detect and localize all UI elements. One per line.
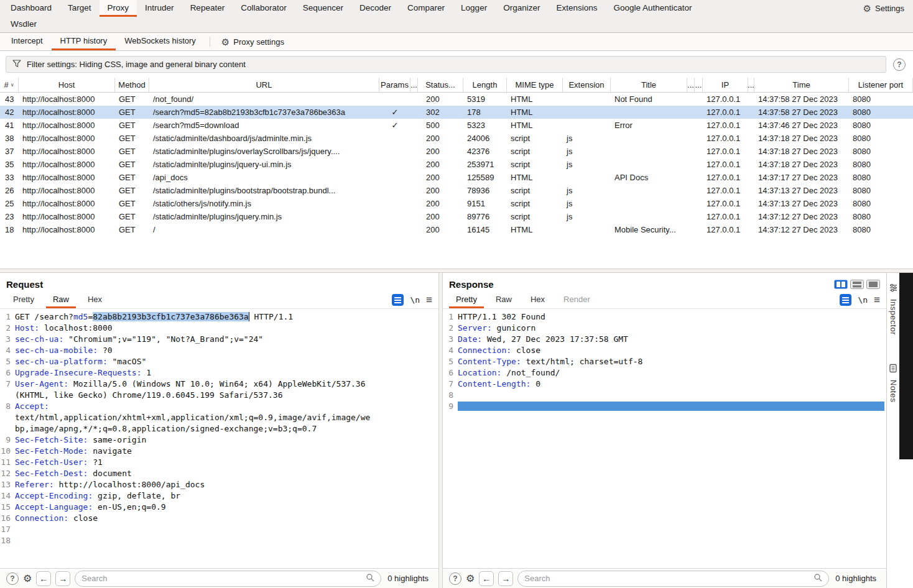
top-tab-logger[interactable]: Logger bbox=[453, 0, 495, 17]
column-header-label: ... bbox=[695, 80, 702, 90]
column-header-dot2[interactable]: ... bbox=[687, 78, 695, 92]
history-row-41[interactable]: 41http://localhost:8000GET/search?md5=do… bbox=[0, 119, 913, 132]
gear-icon[interactable]: ⚙ bbox=[466, 574, 475, 584]
editor-menu-icon[interactable]: ≡ bbox=[426, 295, 432, 305]
history-row-18[interactable]: 18http://localhost:8000GET/20016145HTMLM… bbox=[0, 223, 913, 236]
top-tab-dashboard[interactable]: Dashboard bbox=[2, 0, 60, 17]
inspector-tab[interactable]: Inspector bbox=[887, 273, 899, 335]
cell-dot3 bbox=[695, 210, 703, 223]
cell-params bbox=[379, 184, 410, 197]
show-newlines-button[interactable]: \n bbox=[858, 295, 868, 305]
history-row-33[interactable]: 33http://localhost:8000GET/api_docs20012… bbox=[0, 171, 913, 184]
prev-match-button[interactable]: ← bbox=[479, 571, 494, 586]
response-line: 7Content-Length: 0 bbox=[443, 379, 886, 390]
request-line: text/html,application/xhtml+xml,applicat… bbox=[0, 412, 438, 423]
cell-ip: 127.0.0.1 bbox=[703, 132, 748, 145]
column-header-dot3[interactable]: ... bbox=[695, 78, 703, 92]
column-header-ip[interactable]: IP bbox=[703, 78, 748, 92]
history-row-26[interactable]: 26http://localhost:8000GET/static/adminl… bbox=[0, 184, 913, 197]
column-header-extension[interactable]: Extension bbox=[563, 78, 611, 92]
top-tab-google-authenticator[interactable]: Google Authenticator bbox=[605, 0, 700, 17]
top-tab-intruder[interactable]: Intruder bbox=[137, 0, 182, 17]
top-tab-repeater[interactable]: Repeater bbox=[182, 0, 233, 17]
prev-match-button[interactable]: ← bbox=[36, 571, 51, 586]
history-row-25[interactable]: 25http://localhost:8000GET/static/others… bbox=[0, 197, 913, 210]
column-header-host[interactable]: Host bbox=[19, 78, 115, 92]
response-tab-render[interactable]: Render bbox=[557, 292, 597, 308]
response-editor[interactable]: 1HTTP/1.1 302 Found2Server: gunicorn3Dat… bbox=[443, 309, 886, 568]
pretty-print-icon[interactable] bbox=[392, 294, 404, 306]
top-tab-target[interactable]: Target bbox=[60, 0, 100, 17]
layout-columns-button[interactable] bbox=[834, 280, 848, 289]
column-header-time[interactable]: Time bbox=[754, 78, 849, 92]
request-tab-raw[interactable]: Raw bbox=[46, 292, 76, 308]
column-header-title[interactable]: Title bbox=[611, 78, 687, 92]
vertical-splitter[interactable] bbox=[438, 273, 443, 588]
cell-dot2 bbox=[687, 210, 695, 223]
notes-tab[interactable]: Notes bbox=[887, 335, 899, 402]
top-tab-extensions[interactable]: Extensions bbox=[548, 0, 605, 17]
line-number: 3 bbox=[0, 334, 15, 345]
request-tab-pretty[interactable]: Pretty bbox=[6, 292, 41, 308]
next-match-button[interactable]: → bbox=[55, 571, 70, 586]
cell-status: 200 bbox=[418, 93, 463, 106]
top-tab-sequencer[interactable]: Sequencer bbox=[295, 0, 351, 17]
main-nav: DashboardTargetProxyIntruderRepeaterColl… bbox=[0, 0, 913, 33]
top-tab-proxy[interactable]: Proxy bbox=[100, 0, 137, 17]
column-header-url[interactable]: URL bbox=[149, 78, 379, 92]
column-header-num[interactable]: #∨ bbox=[0, 78, 19, 92]
response-tab-pretty[interactable]: Pretty bbox=[449, 292, 484, 308]
column-header-length[interactable]: Length bbox=[463, 78, 507, 92]
search-input[interactable] bbox=[81, 574, 366, 583]
column-header-params[interactable]: Params bbox=[379, 78, 410, 92]
cell-dot3 bbox=[695, 158, 703, 171]
settings-button[interactable]: ⚙ Settings bbox=[855, 0, 913, 17]
editor-menu-icon[interactable]: ≡ bbox=[874, 295, 880, 305]
show-newlines-button[interactable]: \n bbox=[410, 295, 420, 305]
cell-num: 42 bbox=[0, 106, 19, 119]
sub-tab-intercept[interactable]: Intercept bbox=[2, 33, 52, 50]
response-header: Response bbox=[443, 273, 886, 292]
history-row-42[interactable]: 42http://localhost:8000GET/search?md5=82… bbox=[0, 106, 913, 119]
filter-settings-bar[interactable]: Filter settings: Hiding CSS, image and g… bbox=[6, 56, 886, 73]
top-nav-row1: DashboardTargetProxyIntruderRepeaterColl… bbox=[0, 0, 913, 17]
cell-params: ✓ bbox=[379, 119, 410, 132]
column-header-port[interactable]: Listener port bbox=[849, 78, 913, 92]
gear-icon[interactable]: ⚙ bbox=[23, 574, 32, 584]
response-tab-hex[interactable]: Hex bbox=[524, 292, 552, 308]
help-icon[interactable]: ? bbox=[449, 572, 461, 585]
request-editor[interactable]: 1GET /search?md5=82ab8b2193b3cfb1c737e3a… bbox=[0, 309, 438, 568]
layout-single-button[interactable] bbox=[866, 280, 880, 289]
request-tab-hex[interactable]: Hex bbox=[81, 292, 109, 308]
horizontal-splitter[interactable] bbox=[0, 269, 913, 273]
history-row-38[interactable]: 38http://localhost:8000GET/static/adminl… bbox=[0, 132, 913, 145]
top-tab-decoder[interactable]: Decoder bbox=[351, 0, 399, 17]
column-header-dot4[interactable]: ... bbox=[748, 78, 754, 92]
next-match-button[interactable]: → bbox=[498, 571, 513, 586]
text: same-origin bbox=[88, 435, 146, 444]
proxy-settings-button[interactable]: ⚙ Proxy settings bbox=[215, 33, 290, 50]
top-tab-comparer[interactable]: Comparer bbox=[399, 0, 453, 17]
column-header-dot1[interactable]: ... bbox=[410, 78, 418, 92]
top-tab-collaborator[interactable]: Collaborator bbox=[233, 0, 295, 17]
pretty-print-icon[interactable] bbox=[840, 294, 851, 306]
column-header-status[interactable]: Status... bbox=[418, 78, 463, 92]
history-row-35[interactable]: 35http://localhost:8000GET/static/adminl… bbox=[0, 158, 913, 171]
text: text/html,application/xhtml+xml,applicat… bbox=[15, 413, 370, 422]
sub-tab-http-history[interactable]: HTTP history bbox=[52, 33, 116, 50]
history-row-23[interactable]: 23http://localhost:8000GET/static/adminl… bbox=[0, 210, 913, 223]
history-row-37[interactable]: 37http://localhost:8000GET/static/adminl… bbox=[0, 145, 913, 158]
sub-tab-websockets-history[interactable]: WebSockets history bbox=[116, 33, 205, 50]
column-header-mime[interactable]: MIME type bbox=[507, 78, 563, 92]
help-icon[interactable]: ? bbox=[6, 572, 19, 585]
chevron-down-icon: ∨ bbox=[11, 82, 14, 88]
response-tab-raw[interactable]: Raw bbox=[489, 292, 519, 308]
help-button[interactable]: ? bbox=[893, 58, 906, 71]
column-header-method[interactable]: Method bbox=[115, 78, 149, 92]
search-input[interactable] bbox=[524, 574, 813, 583]
line-number: 13 bbox=[0, 479, 15, 490]
top-tab-wsdler[interactable]: Wsdler bbox=[2, 17, 45, 32]
layout-rows-button[interactable] bbox=[850, 280, 864, 289]
history-row-43[interactable]: 43http://localhost:8000GET/not_found/200… bbox=[0, 93, 913, 106]
top-tab-organizer[interactable]: Organizer bbox=[495, 0, 548, 17]
